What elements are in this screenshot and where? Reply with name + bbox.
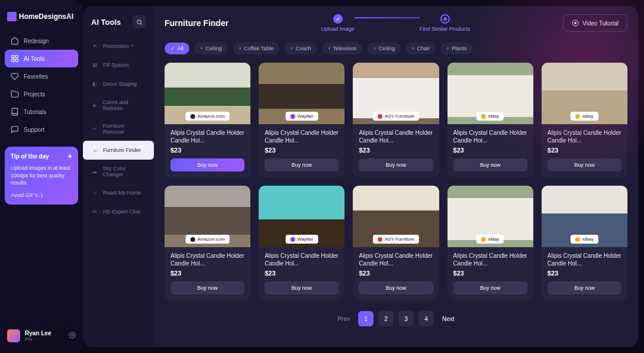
brand-name: HomeDesignsAI (19, 12, 73, 21)
pagination-prev[interactable]: Prev (334, 316, 353, 322)
folder-icon (11, 90, 19, 98)
heart-icon (11, 72, 19, 80)
page-button-4[interactable]: 4 (418, 311, 434, 326)
tool-item-label: Colors and Textures (102, 99, 146, 111)
buy-now-button[interactable]: Buy now (548, 281, 622, 294)
sidebar-item-label: Favorites (24, 73, 48, 80)
product-image[interactable]: eBay (447, 186, 533, 247)
source-badge: Wayfair (285, 235, 318, 244)
tool-item-precession-[interactable]: ✦Precession + (85, 37, 152, 56)
page-button-3[interactable]: 3 (398, 311, 414, 326)
product-image[interactable]: Wayfair (259, 186, 344, 247)
product-image[interactable]: Amazon.com (165, 186, 250, 247)
source-label: eBay (582, 114, 593, 119)
video-tutorial-button[interactable]: Video Tutorial (563, 14, 627, 32)
tool-item-decor-staging[interactable]: ◧Decor Staging (85, 75, 152, 93)
sidebar-item-support[interactable]: Support (5, 121, 78, 138)
source-icon (190, 114, 195, 119)
step-1-label: Upload Image (321, 26, 355, 32)
tool-item-furniture-removal[interactable]: ✂Furniture Removal (85, 117, 152, 141)
sidebar-item-favorites[interactable]: Favorites (5, 67, 78, 85)
tools-title: AI Tools (91, 18, 121, 27)
buy-now-button[interactable]: Buy now (453, 158, 527, 171)
filter-chip-all[interactable]: ✓All (165, 43, 189, 54)
pagination-next[interactable]: Next (439, 316, 458, 322)
tool-item-colors-and-textures[interactable]: ◈Colors and Textures (85, 93, 152, 117)
product-price: $23 (265, 147, 339, 154)
svg-rect-3 (12, 59, 14, 61)
tool-item-sky-color-changer[interactable]: ☁Sky Color Changer (85, 160, 152, 183)
tool-icon: ▦ (91, 61, 98, 69)
product-image[interactable]: eBay (542, 63, 627, 124)
product-price: $23 (265, 270, 339, 277)
primary-sidebar: HomeDesignsAI RedesignAI ToolsFavoritesP… (0, 0, 83, 353)
gear-icon[interactable] (69, 331, 76, 341)
buy-now-button[interactable]: Buy now (359, 158, 433, 171)
tool-item-furniture-finder[interactable]: ⌕Furniture Finder (83, 141, 154, 160)
product-title: Alipis Crystal Candle Holder Candle Hol.… (170, 129, 244, 144)
product-title: Alipis Crystal Candle Holder Candle Hol.… (265, 129, 339, 144)
product-title: Alipis Crystal Candle Holder Candle Hol.… (453, 252, 527, 267)
sidebar-item-redesign[interactable]: Redesign (5, 32, 78, 50)
chip-label: All (178, 46, 183, 51)
chip-label: Couch (296, 46, 311, 51)
filter-chip-ceiling[interactable]: +Ceiling (367, 43, 401, 54)
source-badge: eBay (476, 235, 504, 244)
page-button-1[interactable]: 1 (358, 311, 373, 326)
plus-icon: + (239, 46, 242, 51)
sidebar-item-label: Projects (24, 91, 45, 98)
product-image[interactable]: Wayfair (259, 63, 344, 124)
user-profile[interactable]: Ryan Lee Pro (5, 325, 78, 345)
tip-body: Upload images in at least 1000px for bes… (11, 164, 72, 187)
logo-icon (7, 12, 17, 21)
filter-chip-television[interactable]: +Television (322, 43, 363, 54)
buy-now-button[interactable]: Buy now (548, 158, 622, 171)
buy-now-button[interactable]: Buy now (359, 281, 433, 294)
filter-chip-plants[interactable]: +Plants (440, 43, 472, 54)
home-icon (11, 37, 19, 45)
product-image[interactable]: ASY Furniture (353, 186, 439, 247)
sidebar-item-projects[interactable]: Projects (5, 85, 78, 103)
filter-chip-ceiling[interactable]: +Ceiling (194, 43, 228, 54)
tool-icon: ◧ (91, 80, 98, 88)
progress-stepper: Upload Image Find Similar Products (240, 14, 551, 32)
tool-icon: ☺ (91, 189, 98, 196)
tool-item-fill-spaces[interactable]: ▦Fill Spaces (85, 56, 152, 75)
sidebar-item-tutorials[interactable]: Tutorials (5, 103, 78, 121)
page-button-2[interactable]: 2 (378, 311, 394, 326)
buy-now-button[interactable]: Buy now (265, 281, 339, 294)
product-image[interactable]: eBay (447, 63, 533, 124)
tool-item-label: Sky Color Changer (102, 166, 146, 177)
search-button[interactable] (133, 15, 146, 28)
brand-logo: HomeDesignsAI (5, 8, 78, 30)
tool-item-roast-my-home[interactable]: ☺Roast My Home (85, 183, 152, 202)
product-image[interactable]: Amazon.com (165, 63, 250, 124)
chip-label: Television (333, 46, 357, 51)
source-badge: Wayfair (285, 112, 318, 121)
product-card: eBay Alipis Crystal Candle Holder Candle… (542, 63, 627, 177)
buy-now-button[interactable]: Buy now (265, 158, 339, 171)
sidebar-item-label: Tutorials (24, 109, 46, 115)
buy-now-button[interactable]: Buy now (170, 281, 244, 294)
source-icon (575, 114, 580, 119)
step-2-label: Find Similar Products (420, 26, 471, 32)
plus-icon: + (290, 46, 293, 51)
filter-chip-couch[interactable]: +Couch (284, 43, 317, 54)
product-image[interactable]: ASY Furniture (353, 63, 439, 124)
sidebar-item-ai-tools[interactable]: AI Tools (5, 50, 78, 67)
product-price: $23 (170, 147, 244, 154)
tool-item-hd-expert-chat[interactable]: ✉HD Expert Chat (85, 202, 152, 221)
tools-sidebar: AI Tools ✦Precession +▦Fill Spaces◧Decor… (83, 6, 154, 347)
buy-now-button[interactable]: Buy now (170, 158, 244, 171)
sidebar-item-label: Support (24, 127, 44, 133)
filter-chip-coffee-table[interactable]: +Coffee Table (233, 43, 279, 54)
product-grid: Amazon.com Alipis Crystal Candle Holder … (165, 63, 627, 300)
source-icon (575, 237, 580, 242)
product-image[interactable]: eBay (542, 186, 627, 247)
product-card: ASY Furniture Alipis Crystal Candle Hold… (353, 186, 439, 300)
product-price: $23 (170, 270, 244, 277)
buy-now-button[interactable]: Buy now (453, 281, 527, 294)
product-price: $23 (359, 147, 433, 154)
filter-chip-chair[interactable]: +Chair (405, 43, 436, 54)
tool-item-label: Fill Spaces (103, 62, 129, 68)
